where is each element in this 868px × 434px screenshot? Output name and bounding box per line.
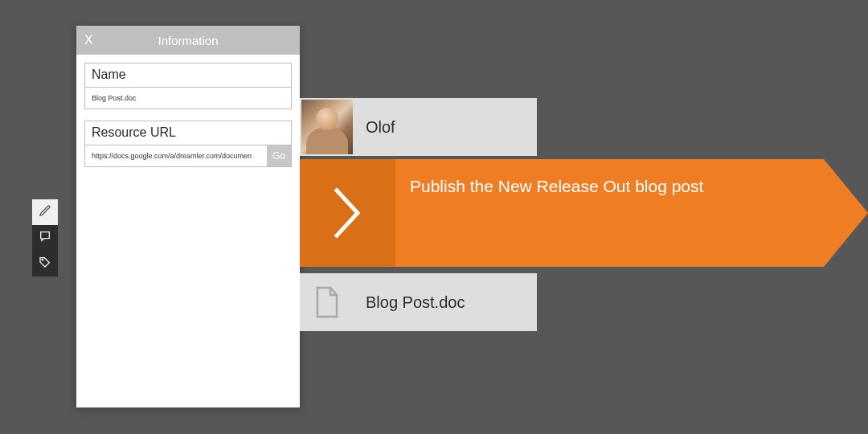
- comment-tool-button[interactable]: [32, 225, 58, 251]
- user-name: Olof: [354, 118, 537, 137]
- tag-icon: [39, 256, 51, 272]
- task-card[interactable]: Publish the New Release Out blog post: [300, 159, 868, 267]
- resource-url-input[interactable]: [85, 145, 267, 166]
- file-card[interactable]: Blog Post.doc: [300, 273, 537, 331]
- task-body: Publish the New Release Out blog post: [395, 159, 824, 267]
- field-name-label: Name: [85, 63, 291, 88]
- edit-tool-button[interactable]: [32, 199, 58, 225]
- user-card[interactable]: Olof: [300, 98, 537, 156]
- avatar: [301, 100, 353, 154]
- field-resource-url-label: Resource URL: [85, 121, 291, 145]
- task-title: Publish the New Release Out blog post: [410, 175, 747, 198]
- information-panel-header: X Information: [76, 26, 300, 55]
- tag-tool-button[interactable]: [32, 251, 58, 276]
- task-chevron-zone: [300, 159, 395, 267]
- go-button[interactable]: Go: [267, 145, 291, 166]
- field-resource-url: Resource URL Go: [84, 121, 292, 167]
- information-panel: X Information Name Resource URL Go: [76, 26, 300, 407]
- name-input[interactable]: [85, 88, 291, 108]
- file-icon: [301, 275, 353, 330]
- svg-point-0: [42, 259, 43, 260]
- arrow-tip-icon: [824, 159, 868, 267]
- close-button[interactable]: X: [84, 33, 99, 47]
- pencil-icon: [39, 204, 51, 220]
- card-stack: Olof: [300, 98, 537, 159]
- field-name: Name: [84, 63, 292, 109]
- file-name: Blog Post.doc: [354, 293, 537, 312]
- comment-icon: [39, 230, 51, 246]
- panel-title: Information: [99, 34, 292, 47]
- information-panel-body: Name Resource URL Go: [76, 55, 300, 186]
- chevron-right-icon: [330, 184, 366, 242]
- side-tool-strip: [32, 199, 58, 276]
